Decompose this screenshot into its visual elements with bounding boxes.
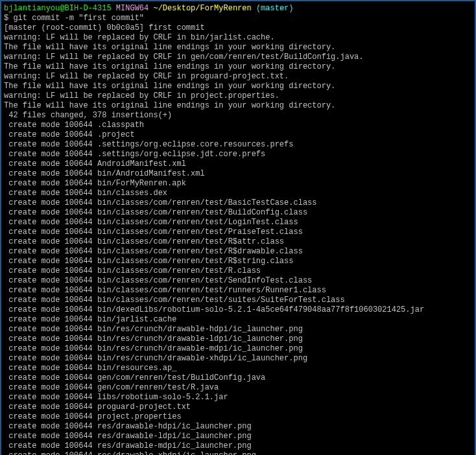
output-line: create mode 100644 bin/classes/com/renre… [4,257,472,266]
output-line: warning: LF will be replaced by CRLF in … [4,33,472,43]
output-line: create mode 100644 bin/classes/com/renre… [4,208,472,218]
output-line: create mode 100644 gen/com/renren/test/B… [4,373,472,383]
command-line: $ git commit -m "first commit" [4,14,472,23]
output-line: warning: LF will be replaced by CRLF in … [4,91,472,101]
output-line: create mode 100644 bin/classes/com/renre… [4,247,472,257]
prompt-branch: (master) [256,4,294,13]
output-line: create mode 100644 bin/jarlist.cache [4,315,472,325]
output-line: create mode 100644 res/drawable-xhdpi/ic… [4,451,472,455]
terminal-window[interactable]: bjlantianyou@BIH-D-4315 MINGW64 ~/Deskto… [4,4,472,455]
output-line: The file will have its original line end… [4,62,472,72]
output-line: warning: LF will be replaced by CRLF in … [4,52,472,62]
prompt-line-1: bjlantianyou@BIH-D-4315 MINGW64 ~/Deskto… [4,4,472,14]
output-line: create mode 100644 .settings/org.eclipse… [4,150,472,159]
prompt-user: bjlantianyou@BIH-D-4315 [4,4,112,13]
output-line: create mode 100644 libs/robotium-solo-5.… [4,393,472,402]
output-line: create mode 100644 res/drawable-mdpi/ic_… [4,441,472,451]
output-line: create mode 100644 bin/classes/com/renre… [4,266,472,276]
output-line: create mode 100644 res/drawable-hdpi/ic_… [4,422,472,432]
output-line: The file will have its original line end… [4,101,472,111]
prompt-host: MINGW64 [116,4,149,13]
output-line: create mode 100644 bin/ForMyRenren.apk [4,179,472,189]
output-line: create mode 100644 bin/classes/com/renre… [4,218,472,228]
output-line: create mode 100644 bin/classes/com/renre… [4,198,472,208]
output-line: warning: LF will be replaced by CRLF in … [4,72,472,82]
output-line: create mode 100644 AndroidManifest.xml [4,159,472,169]
output-line: create mode 100644 bin/classes/com/renre… [4,237,472,247]
output-line: create mode 100644 proguard-project.txt [4,402,472,412]
output-line: create mode 100644 bin/classes/com/renre… [4,296,472,305]
output-line: create mode 100644 gen/com/renren/test/R… [4,383,472,393]
output-line: create mode 100644 bin/res/crunch/drawab… [4,334,472,344]
output-line: create mode 100644 bin/res/crunch/drawab… [4,325,472,334]
output-line: create mode 100644 project.properties [4,412,472,422]
output-line: create mode 100644 bin/classes.dex [4,189,472,198]
output-line: 42 files changed, 378 insertions(+) [4,111,472,121]
output-line: create mode 100644 bin/res/crunch/drawab… [4,344,472,354]
output-line: create mode 100644 bin/classes/com/renre… [4,276,472,286]
output-line: create mode 100644 .project [4,130,472,140]
output-line: create mode 100644 bin/AndroidManifest.x… [4,169,472,179]
output-line: [master (root-commit) 0b0c0a5] first com… [4,23,472,33]
output-line: create mode 100644 .classpath [4,121,472,130]
output-line: The file will have its original line end… [4,82,472,91]
output-line: create mode 100644 bin/resources.ap_ [4,364,472,373]
output-line: create mode 100644 bin/classes/com/renre… [4,286,472,296]
output-line: create mode 100644 .settings/org.eclipse… [4,140,472,150]
output-line: create mode 100644 bin/dexedLibs/robotiu… [4,305,472,315]
output-line: The file will have its original line end… [4,43,472,52]
output-line: create mode 100644 bin/classes/com/renre… [4,228,472,237]
output-line: create mode 100644 bin/res/crunch/drawab… [4,354,472,364]
output-block: [master (root-commit) 0b0c0a5] first com… [4,23,472,455]
prompt-path: ~/Desktop/ForMyRenren [153,4,251,13]
output-line: create mode 100644 res/drawable-ldpi/ic_… [4,432,472,441]
